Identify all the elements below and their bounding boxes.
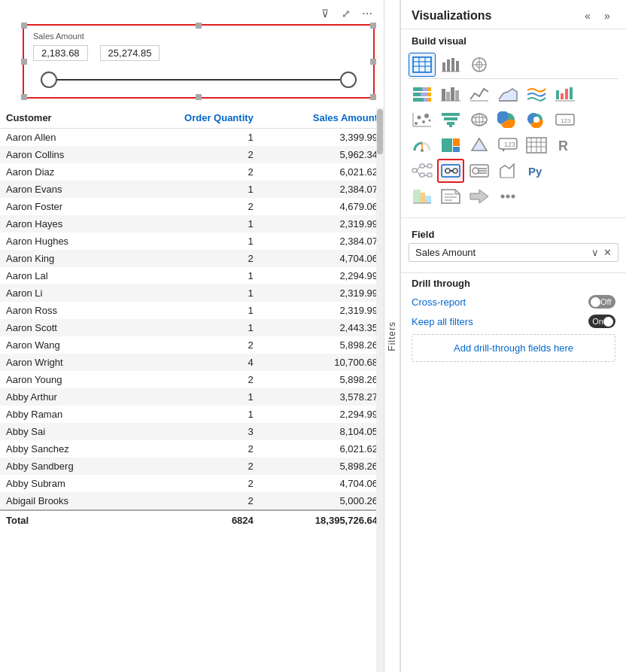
pie-chart-icon[interactable]: [494, 108, 521, 132]
focus-mode-icon[interactable]: ⤢: [339, 6, 354, 21]
toggle-off-switch[interactable]: Off: [588, 295, 615, 309]
resize-handle-tr[interactable]: [370, 23, 376, 29]
field-remove-icon[interactable]: ✕: [603, 247, 612, 258]
table-row[interactable]: Aaron Evans12,384.07: [0, 181, 384, 198]
svg-rect-56: [442, 138, 452, 152]
analytics-visual-icon[interactable]: [466, 53, 493, 77]
table-row[interactable]: Aaron Wright410,700.68: [0, 354, 384, 371]
expand-right-icon[interactable]: »: [599, 8, 615, 24]
keep-filters-row: Keep all filters On: [412, 315, 615, 328]
waterfall-icon[interactable]: [552, 82, 579, 106]
col-header-customer[interactable]: Customer: [0, 108, 129, 129]
line-chart-icon[interactable]: [466, 82, 493, 106]
table-visual-icon[interactable]: [409, 53, 436, 77]
svg-rect-57: [453, 138, 460, 146]
r-visual-icon[interactable]: R: [552, 133, 579, 157]
table-row[interactable]: Aaron Li12,319.99: [0, 284, 384, 302]
viz-row-6: [409, 184, 618, 208]
col-header-sales[interactable]: Sales Amount: [260, 108, 384, 129]
toolbar: ⊽ ⤢ ⋯: [0, 0, 384, 24]
qna-icon[interactable]: 123: [494, 133, 521, 157]
add-drillthrough-box[interactable]: Add drill-through fields here: [412, 334, 615, 362]
table-row[interactable]: Abigail Brooks25,000.26: [0, 492, 384, 510]
slicer-left-handle[interactable]: [41, 71, 57, 88]
table-row[interactable]: Abby Subram24,704.06: [0, 475, 384, 492]
slicer-max-value[interactable]: 25,274.85: [100, 45, 160, 61]
table-row[interactable]: Aaron Diaz26,021.62: [0, 163, 384, 181]
python-visual-icon[interactable]: Py: [523, 159, 550, 183]
more-options-icon[interactable]: ⋯: [360, 6, 375, 21]
toggle-on-switch[interactable]: On: [588, 315, 615, 328]
clustered-bar-icon[interactable]: [437, 82, 464, 106]
table-row[interactable]: Abby Arthur13,578.27: [0, 388, 384, 406]
qs-visual-icon[interactable]: [494, 159, 521, 183]
table-row[interactable]: Aaron King24,704.06: [0, 250, 384, 267]
table-row[interactable]: Aaron Ross12,319.99: [0, 302, 384, 319]
cross-report-toggle[interactable]: Off: [588, 295, 615, 309]
field-value: Sales Amount: [415, 247, 587, 258]
table-row[interactable]: Abby Sandberg25,898.26: [0, 458, 384, 475]
keep-filters-toggle[interactable]: On: [588, 315, 615, 328]
more-visuals-icon[interactable]: [494, 184, 521, 208]
table-row[interactable]: Aaron Scott12,443.35: [0, 319, 384, 336]
table-row[interactable]: Aaron Lal12,294.99: [0, 267, 384, 284]
scatter-icon[interactable]: [409, 108, 436, 132]
smart-narrative-icon[interactable]: [437, 184, 464, 208]
resize-handle-bl[interactable]: [21, 94, 27, 100]
donut-chart-icon[interactable]: [523, 108, 550, 132]
resize-handle-mr[interactable]: [370, 59, 376, 65]
table-row[interactable]: Abby Sanchez26,021.62: [0, 440, 384, 458]
arrow-visual-icon[interactable]: [466, 184, 493, 208]
field-dropdown-icon[interactable]: ∨: [591, 247, 599, 258]
matrix-icon[interactable]: [523, 133, 550, 157]
funnel-icon[interactable]: [437, 108, 464, 132]
table-row[interactable]: Aaron Hayes12,319.99: [0, 215, 384, 233]
viz-row-5: Py: [409, 159, 618, 183]
decomp-tree-icon[interactable]: [409, 159, 436, 183]
table-row[interactable]: Abby Raman12,294.99: [0, 406, 384, 423]
slicer-icon[interactable]: [437, 159, 464, 183]
table-row[interactable]: Aaron Hughes12,384.07: [0, 233, 384, 250]
area-chart-icon[interactable]: [494, 82, 521, 106]
panel-title: Visualizations: [412, 9, 491, 23]
svg-rect-73: [427, 164, 432, 168]
slicer-min-value[interactable]: 2,183.68: [33, 45, 88, 61]
collapse-left-icon[interactable]: «: [579, 8, 596, 24]
tree-map-icon[interactable]: [437, 133, 464, 157]
map-new-icon[interactable]: [409, 184, 436, 208]
svg-point-101: [512, 195, 515, 199]
resize-handle-tl[interactable]: [21, 23, 27, 29]
filter-icon[interactable]: ⊽: [318, 6, 333, 21]
svg-rect-72: [420, 173, 424, 177]
scroll-thumb[interactable]: [377, 109, 383, 154]
resize-handle-bm[interactable]: [196, 94, 202, 100]
table-row[interactable]: Aaron Allen13,399.99: [0, 129, 384, 147]
table-row[interactable]: Aaron Wang25,898.26: [0, 336, 384, 354]
shape-map-icon[interactable]: [466, 133, 493, 157]
table-row[interactable]: Aaron Collins25,962.34: [0, 146, 384, 163]
slicer-line: [57, 79, 340, 81]
table-footer-row: Total 6824 18,395,726.64: [0, 510, 384, 530]
resize-handle-ml[interactable]: [21, 59, 27, 65]
data-table: Customer Order Quantity Sales Amount Aar…: [0, 108, 384, 530]
slicer-right-handle[interactable]: [340, 71, 357, 88]
scrollbar[interactable]: [376, 108, 384, 672]
svg-rect-42: [442, 113, 460, 116]
toggle-off-label: Off: [600, 297, 611, 306]
resize-handle-br[interactable]: [370, 94, 376, 100]
resize-handle-tm[interactable]: [196, 23, 202, 29]
svg-rect-71: [420, 164, 424, 168]
key-influencers-icon[interactable]: [466, 159, 493, 183]
col-header-qty[interactable]: Order Quantity: [129, 108, 260, 129]
bar-chart-visual-icon[interactable]: [437, 53, 464, 77]
gauge-icon[interactable]: [409, 133, 436, 157]
stacked-bar-icon[interactable]: [409, 82, 436, 106]
card-icon[interactable]: 123: [552, 108, 579, 132]
table-row[interactable]: Aaron Young25,898.26: [0, 371, 384, 388]
table-row[interactable]: Abby Sai38,104.05: [0, 423, 384, 440]
slicer-widget: Sales Amount 2,183.68 25,274.85: [23, 24, 375, 99]
filters-tab[interactable]: Filters: [384, 0, 400, 672]
map-icon[interactable]: [466, 108, 493, 132]
table-row[interactable]: Aaron Foster24,679.06: [0, 198, 384, 215]
ribbon-chart-icon[interactable]: [523, 82, 550, 106]
